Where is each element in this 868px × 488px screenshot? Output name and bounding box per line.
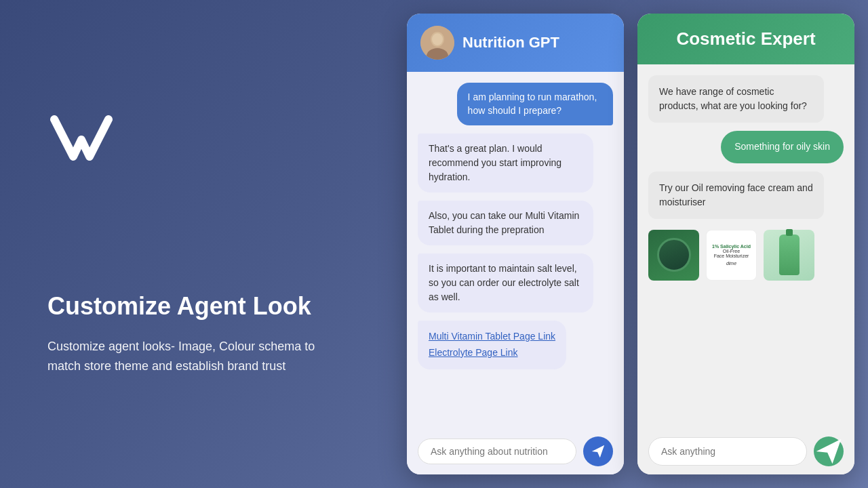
nutrition-input[interactable] (418, 439, 576, 464)
nutrition-msg-links: Multi Vitamin Tablet Page Link Electroly… (418, 321, 566, 369)
product-label-line2: Oil-Free (723, 249, 740, 253)
nutrition-messages: I am planning to run marathon, how shoul… (407, 72, 624, 428)
cosmetic-panel: Cosmetic Expert We have range of cosmeti… (637, 14, 854, 474)
cosmetic-msg-user-1: Something for oily skin (721, 131, 844, 163)
nutrition-msg-bot-1: That's a great plan. I would recommend y… (418, 134, 593, 192)
cosmetic-send-button[interactable] (814, 436, 844, 466)
green-jar-icon (657, 238, 691, 272)
cosmetic-input[interactable] (648, 437, 807, 466)
product-label-line3: Face Moisturizer (714, 253, 749, 258)
nutrition-input-area (407, 428, 624, 474)
cosmetic-title: Cosmetic Expert (676, 28, 815, 49)
left-section: Customize Agent Look Customize agent loo… (0, 72, 380, 417)
nutrition-avatar (420, 26, 454, 60)
product-label-brand: dime (726, 261, 736, 266)
nutrition-send-button[interactable] (583, 436, 613, 466)
product-image-3 (764, 230, 814, 281)
nutrition-msg-bot-2: Also, you can take our Multi Vitamin Tab… (418, 201, 593, 245)
nutrition-panel: Nutrition GPT I am planning to run marat… (407, 14, 624, 474)
product-label-line1: 1% Salicylic Acid (712, 244, 751, 249)
multivitamin-link[interactable]: Multi Vitamin Tablet Page Link (429, 329, 555, 345)
cosmetic-msg-bot-2: Try our Oil removing face cream and mois… (648, 171, 824, 219)
sub-text: Customize agent looks- Image, Colour sch… (47, 337, 339, 376)
nutrition-msg-bot-3: It is important to maintain salt level, … (418, 253, 593, 312)
cosmetic-input-area (637, 428, 854, 474)
product-image-2: 1% Salicylic Acid Oil-Free Face Moisturi… (706, 230, 757, 281)
logo (47, 113, 339, 169)
chat-panels: Nutrition GPT I am planning to run marat… (407, 14, 854, 474)
nutrition-header: Nutrition GPT (407, 14, 624, 72)
send-icon (591, 444, 606, 459)
main-heading: Customize Agent Look (47, 291, 339, 321)
cosmetic-header: Cosmetic Expert (637, 14, 854, 64)
cosmetic-messages: We have range of cosmetic products, what… (637, 64, 854, 428)
nutrition-msg-user-1: I am planning to run marathon, how shoul… (457, 83, 613, 125)
bottle-icon (779, 235, 800, 275)
electrolyte-link[interactable]: Electrolyte Page Link (429, 345, 555, 361)
cosmetic-msg-bot-1: We have range of cosmetic products, what… (648, 75, 824, 123)
svg-point-3 (432, 33, 443, 45)
product-image-1 (648, 230, 699, 281)
cosmetic-send-icon (814, 436, 844, 466)
nutrition-title: Nutrition GPT (462, 34, 559, 52)
product-images: 1% Salicylic Acid Oil-Free Face Moisturi… (648, 227, 844, 283)
